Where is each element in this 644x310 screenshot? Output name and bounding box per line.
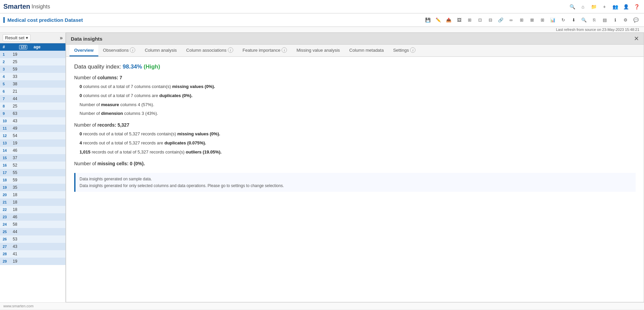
row-number: 9: [3, 112, 13, 116]
download-icon[interactable]: ⬇: [569, 15, 578, 25]
table-row[interactable]: 825: [0, 102, 65, 110]
row-number: 16: [3, 163, 13, 167]
export-icon[interactable]: 📤: [444, 15, 453, 25]
missing-cols-line: 0 columns out of a total of 7 columns co…: [74, 82, 636, 91]
tab-settings[interactable]: Settings i: [388, 45, 420, 56]
table-row[interactable]: 744: [0, 95, 65, 102]
table-row[interactable]: 2018: [0, 191, 65, 198]
pivot-icon[interactable]: ⊡: [475, 15, 485, 25]
comment-icon[interactable]: 💬: [631, 15, 641, 25]
table-row[interactable]: 2841: [0, 250, 65, 258]
save-icon[interactable]: 💾: [423, 15, 433, 25]
quality-value-num: 98.34%: [123, 63, 144, 70]
panel-close-button[interactable]: ✕: [634, 36, 639, 42]
chart-edit-icon[interactable]: 📊: [548, 15, 557, 25]
table-row[interactable]: 621: [0, 88, 65, 95]
panel-title: Data insights: [71, 36, 102, 42]
row-value: 18: [13, 200, 63, 205]
table-row[interactable]: 119: [0, 51, 65, 58]
row-value: 63: [13, 111, 63, 116]
tab-observations[interactable]: Observations i: [98, 45, 140, 56]
row-value: 52: [13, 163, 63, 168]
info-line1: Data insights generated on sample data.: [80, 176, 632, 182]
panel-header: Data insights ✕: [66, 33, 644, 45]
help-icon[interactable]: ❓: [633, 3, 641, 11]
table-row[interactable]: 1319: [0, 139, 65, 147]
table-row[interactable]: 2919: [0, 258, 65, 265]
row-value: 21: [13, 89, 63, 94]
row-number: 26: [3, 237, 13, 241]
info-icon[interactable]: ℹ: [610, 15, 620, 25]
users-icon[interactable]: 👥: [611, 3, 619, 11]
measure-line: Number of measure columns 4 (57%).: [74, 100, 636, 109]
table-row[interactable]: 963: [0, 110, 65, 117]
table-row[interactable]: 1446: [0, 147, 65, 154]
table-row[interactable]: 359: [0, 65, 65, 73]
sidebar-collapse-icon[interactable]: »: [60, 35, 63, 41]
home-icon[interactable]: ⌂: [579, 3, 587, 11]
infinity-icon[interactable]: ∞: [506, 15, 516, 25]
row-value: 43: [13, 244, 63, 249]
search-icon[interactable]: 🔍: [568, 3, 576, 11]
user-icon[interactable]: 👤: [622, 3, 630, 11]
refresh-icon[interactable]: ↻: [558, 15, 568, 25]
edit-icon[interactable]: ✏️: [434, 15, 443, 25]
table-row[interactable]: 1652: [0, 162, 65, 169]
table-row[interactable]: 2544: [0, 228, 65, 235]
table-row[interactable]: 2346: [0, 213, 65, 221]
table-row[interactable]: 2653: [0, 235, 65, 243]
tab-missing-value-analysis[interactable]: Missing value analysis: [292, 45, 344, 56]
table-row[interactable]: 1935: [0, 184, 65, 191]
row-value: 19: [13, 259, 63, 264]
image-icon[interactable]: 🖼: [454, 15, 464, 25]
row-number: 6: [3, 89, 13, 93]
filter-icon[interactable]: ⊟: [486, 15, 495, 25]
row-value: 53: [13, 237, 63, 241]
row-value: 44: [13, 96, 63, 101]
table-row[interactable]: 433: [0, 73, 65, 80]
copy-table-icon[interactable]: ⊞: [517, 15, 526, 25]
info-box: Data insights generated on sample data. …: [74, 173, 636, 192]
split-icon[interactable]: ⊠: [527, 15, 537, 25]
tab-settings-label: Settings: [393, 48, 409, 53]
tab-column-associations[interactable]: Column associations i: [182, 45, 238, 56]
barcode-icon[interactable]: ▤: [600, 15, 609, 25]
outliers-line: 1,015 records out of a total of 5,327 re…: [74, 148, 636, 157]
table-row[interactable]: 2218: [0, 206, 65, 213]
data-insights-panel: Data insights ✕ Overview Observations i …: [66, 33, 644, 302]
row-value: 18: [13, 207, 63, 212]
table-row[interactable]: 1254: [0, 132, 65, 139]
table-row[interactable]: 225: [0, 58, 65, 65]
table-row[interactable]: 1859: [0, 176, 65, 184]
table-row[interactable]: 2458: [0, 221, 65, 228]
table-icon[interactable]: ⊞: [465, 15, 474, 25]
table-row[interactable]: 1755: [0, 169, 65, 176]
main-layout: Result set ▾ » # 123 age 119225359433538…: [0, 33, 644, 302]
table-row[interactable]: 1043: [0, 117, 65, 125]
folder-icon[interactable]: 📁: [590, 3, 598, 11]
plus-icon[interactable]: +: [600, 3, 608, 11]
tab-column-metadata[interactable]: Column metadata: [345, 45, 389, 56]
row-value: 38: [13, 82, 63, 86]
table-row[interactable]: 538: [0, 80, 65, 88]
row-number: 28: [3, 252, 13, 256]
footer: www.smarten.com: [0, 302, 644, 309]
footer-text: www.smarten.com: [3, 304, 34, 308]
tab-column-analysis[interactable]: Column analysis: [140, 45, 181, 56]
copy-icon[interactable]: ⎘: [590, 15, 599, 25]
settings-icon[interactable]: ⚙: [621, 15, 630, 25]
content-area: Data insights ✕ Overview Observations i …: [66, 33, 644, 302]
link-icon[interactable]: 🔗: [496, 15, 505, 25]
result-set-button[interactable]: Result set ▾: [3, 34, 31, 41]
app-logo: Smarten Insights: [3, 3, 50, 10]
tab-overview[interactable]: Overview: [69, 45, 98, 56]
dataset-title: Medical cost prediction Dataset: [3, 17, 83, 23]
zoom-icon[interactable]: 🔍: [579, 15, 589, 25]
grid-icon[interactable]: ⊞: [538, 15, 547, 25]
table-row[interactable]: 2118: [0, 198, 65, 206]
table-row[interactable]: 1537: [0, 154, 65, 162]
left-sidebar: Result set ▾ » # 123 age 119225359433538…: [0, 33, 66, 302]
table-row[interactable]: 1149: [0, 125, 65, 132]
table-row[interactable]: 2743: [0, 243, 65, 250]
tab-feature-importance[interactable]: Feature importance i: [238, 45, 292, 56]
